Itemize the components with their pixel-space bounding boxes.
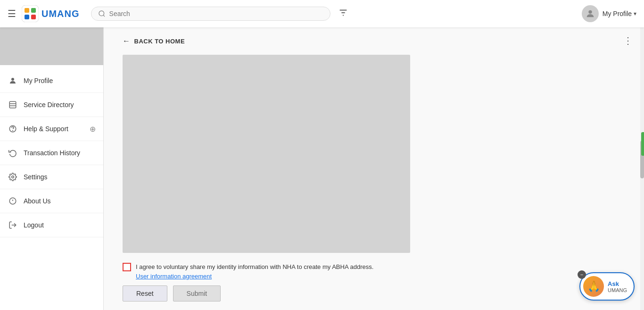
sidebar: My Profile Service Directory Help & Supp… [0,27,104,310]
profile-label: My Profile [603,10,632,17]
sidebar-item-label: My Profile [24,77,96,84]
right-accent-bar [641,132,644,156]
avatar [582,5,599,22]
svg-rect-3 [25,15,29,19]
agreement-checkbox[interactable] [123,263,131,271]
sidebar-item-label: Logout [24,221,96,229]
expand-icon: ⊕ [90,125,96,134]
content-card [123,55,410,253]
logo: UMANG [22,5,80,22]
svg-rect-1 [25,8,29,13]
content-area: ⋮ ← BACK TO HOME I agree to voluntary sh… [104,27,644,310]
ask-umang-label: Ask [608,280,627,287]
sidebar-item-label: About Us [24,197,96,205]
search-input[interactable] [109,10,324,17]
chevron-down-icon: ▾ [634,10,636,17]
logout-icon [8,220,18,230]
sidebar-item-settings[interactable]: Settings [0,165,103,189]
ask-umang-brand: UMANG [608,287,627,293]
service-directory-icon [8,100,18,110]
back-arrow-icon: ← [123,37,131,45]
more-options-icon[interactable]: ⋮ [623,35,633,46]
help-support-icon [8,124,18,134]
form-buttons: Reset Submit [123,285,625,302]
svg-point-5 [99,11,104,16]
umang-logo-icon [22,5,39,22]
svg-rect-4 [31,15,36,19]
ask-umang-button[interactable]: − 🙏 Ask UMANG [579,272,635,301]
svg-point-16 [13,130,13,131]
svg-rect-2 [31,8,36,13]
svg-point-17 [12,176,14,178]
hamburger-icon[interactable]: ☰ [8,8,16,19]
ask-umang-text-block: Ask UMANG [608,280,627,293]
profile-icon [8,75,18,86]
agreement-text-block: I agree to voluntary share my identity i… [136,262,373,280]
settings-icon [8,172,18,182]
submit-button[interactable]: Submit [173,285,221,302]
svg-rect-0 [22,5,39,22]
svg-point-11 [11,78,14,81]
sidebar-item-label: Settings [24,173,96,181]
sidebar-item-my-profile[interactable]: My Profile [0,69,103,93]
svg-line-6 [103,15,105,17]
about-us-icon [8,196,18,206]
logo-text: UMANG [41,8,80,19]
agreement-link[interactable]: User information agreement [136,273,373,280]
ask-umang-close-icon[interactable]: − [578,270,586,279]
sidebar-item-about-us[interactable]: About Us [0,189,103,213]
sidebar-item-logout[interactable]: Logout [0,213,103,237]
sidebar-item-transaction-history[interactable]: Transaction History [0,141,103,165]
ask-umang-avatar: 🙏 [583,276,604,297]
content-inner: ← BACK TO HOME I agree to voluntary shar… [104,27,644,310]
transaction-history-icon [8,148,18,158]
back-label: BACK TO HOME [134,38,185,45]
filter-icon[interactable] [338,8,348,20]
search-icon [98,10,106,17]
profile-menu[interactable]: My Profile ▾ [582,5,636,22]
scrollbar[interactable] [640,27,644,310]
sidebar-item-service-directory[interactable]: Service Directory [0,93,103,117]
sidebar-banner [0,27,103,65]
sidebar-item-help-support[interactable]: Help & Support ⊕ [0,117,103,141]
sidebar-item-label: Service Directory [24,101,96,109]
agreement-row: I agree to voluntary share my identity i… [123,262,410,280]
reset-button[interactable]: Reset [123,285,167,302]
back-to-home-button[interactable]: ← BACK TO HOME [123,37,625,45]
svg-rect-12 [9,101,16,108]
sidebar-item-label: Help & Support [24,125,90,133]
header: ☰ UMANG My Profile ▾ [0,0,644,27]
svg-point-10 [588,10,592,14]
agreement-text: I agree to voluntary share my identity i… [136,263,373,270]
search-bar[interactable] [91,7,331,21]
main-layout: My Profile Service Directory Help & Supp… [0,27,644,310]
sidebar-item-label: Transaction History [24,149,96,157]
